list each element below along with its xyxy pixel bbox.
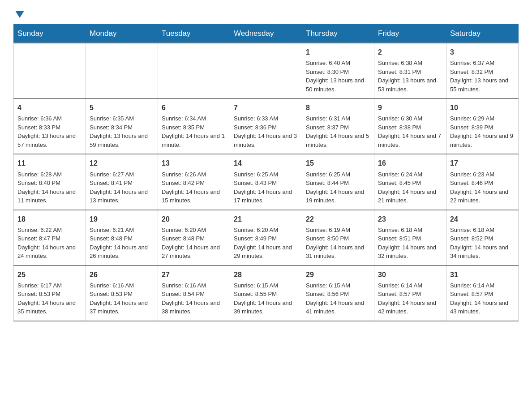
header-tuesday: Tuesday — [158, 25, 230, 43]
calendar-cell: 23Sunrise: 6:18 AM Sunset: 8:51 PM Dayli… — [374, 210, 446, 265]
day-number: 8 — [306, 103, 370, 113]
day-number: 11 — [17, 158, 82, 168]
day-info: Sunrise: 6:15 AM Sunset: 8:55 PM Dayligh… — [234, 281, 298, 316]
day-number: 5 — [90, 103, 154, 113]
page-header — [13, 9, 519, 16]
calendar-cell: 10Sunrise: 6:29 AM Sunset: 8:39 PM Dayli… — [446, 98, 519, 154]
calendar-cell — [230, 43, 302, 98]
day-info: Sunrise: 6:16 AM Sunset: 8:54 PM Dayligh… — [162, 281, 226, 316]
calendar-cell: 2Sunrise: 6:38 AM Sunset: 8:31 PM Daylig… — [374, 43, 446, 98]
calendar-cell: 6Sunrise: 6:34 AM Sunset: 8:35 PM Daylig… — [158, 98, 230, 154]
calendar-cell: 12Sunrise: 6:27 AM Sunset: 8:41 PM Dayli… — [86, 154, 158, 210]
day-info: Sunrise: 6:18 AM Sunset: 8:52 PM Dayligh… — [450, 226, 515, 261]
header-sunday: Sunday — [14, 25, 86, 43]
day-info: Sunrise: 6:33 AM Sunset: 8:36 PM Dayligh… — [234, 114, 298, 149]
calendar-week-3: 11Sunrise: 6:28 AM Sunset: 8:40 PM Dayli… — [14, 154, 519, 210]
calendar-cell — [86, 43, 158, 98]
day-info: Sunrise: 6:19 AM Sunset: 8:50 PM Dayligh… — [306, 226, 370, 261]
day-info: Sunrise: 6:36 AM Sunset: 8:33 PM Dayligh… — [17, 114, 82, 149]
header-thursday: Thursday — [302, 25, 374, 43]
day-info: Sunrise: 6:30 AM Sunset: 8:38 PM Dayligh… — [378, 114, 442, 149]
day-number: 27 — [162, 270, 226, 280]
day-info: Sunrise: 6:34 AM Sunset: 8:35 PM Dayligh… — [162, 114, 226, 149]
calendar-week-2: 4Sunrise: 6:36 AM Sunset: 8:33 PM Daylig… — [14, 98, 519, 154]
header-monday: Monday — [86, 25, 158, 43]
day-info: Sunrise: 6:22 AM Sunset: 8:47 PM Dayligh… — [17, 226, 82, 261]
day-number: 4 — [17, 103, 82, 113]
calendar-cell: 3Sunrise: 6:37 AM Sunset: 8:32 PM Daylig… — [446, 43, 519, 98]
calendar-header-row: SundayMondayTuesdayWednesdayThursdayFrid… — [14, 25, 519, 43]
day-number: 17 — [450, 158, 515, 168]
day-info: Sunrise: 6:18 AM Sunset: 8:51 PM Dayligh… — [378, 226, 442, 261]
header-saturday: Saturday — [446, 25, 519, 43]
day-number: 18 — [17, 214, 82, 224]
calendar-cell: 27Sunrise: 6:16 AM Sunset: 8:54 PM Dayli… — [158, 265, 230, 321]
calendar-cell: 24Sunrise: 6:18 AM Sunset: 8:52 PM Dayli… — [446, 210, 519, 265]
day-number: 10 — [450, 103, 515, 113]
day-number: 22 — [306, 214, 370, 224]
calendar-cell: 21Sunrise: 6:20 AM Sunset: 8:49 PM Dayli… — [230, 210, 302, 265]
calendar-week-4: 18Sunrise: 6:22 AM Sunset: 8:47 PM Dayli… — [14, 210, 519, 265]
calendar-cell: 22Sunrise: 6:19 AM Sunset: 8:50 PM Dayli… — [302, 210, 374, 265]
day-number: 14 — [234, 158, 298, 168]
day-info: Sunrise: 6:40 AM Sunset: 8:30 PM Dayligh… — [306, 59, 370, 94]
day-number: 15 — [306, 158, 370, 168]
day-info: Sunrise: 6:20 AM Sunset: 8:49 PM Dayligh… — [234, 226, 298, 261]
day-number: 6 — [162, 103, 226, 113]
day-number: 25 — [17, 270, 82, 280]
day-info: Sunrise: 6:24 AM Sunset: 8:45 PM Dayligh… — [378, 170, 442, 205]
calendar-cell: 1Sunrise: 6:40 AM Sunset: 8:30 PM Daylig… — [302, 43, 374, 98]
logo-triangle-icon — [15, 11, 24, 18]
calendar-cell: 9Sunrise: 6:30 AM Sunset: 8:38 PM Daylig… — [374, 98, 446, 154]
day-number: 16 — [378, 158, 442, 168]
day-info: Sunrise: 6:20 AM Sunset: 8:48 PM Dayligh… — [162, 226, 226, 261]
calendar-cell: 20Sunrise: 6:20 AM Sunset: 8:48 PM Dayli… — [158, 210, 230, 265]
calendar-cell — [14, 43, 86, 98]
calendar-cell: 5Sunrise: 6:35 AM Sunset: 8:34 PM Daylig… — [86, 98, 158, 154]
day-info: Sunrise: 6:14 AM Sunset: 8:57 PM Dayligh… — [378, 281, 442, 316]
calendar-cell: 29Sunrise: 6:15 AM Sunset: 8:56 PM Dayli… — [302, 265, 374, 321]
calendar-table: SundayMondayTuesdayWednesdayThursdayFrid… — [13, 24, 519, 321]
day-number: 13 — [162, 158, 226, 168]
header-wednesday: Wednesday — [230, 25, 302, 43]
day-info: Sunrise: 6:37 AM Sunset: 8:32 PM Dayligh… — [450, 59, 515, 94]
day-info: Sunrise: 6:29 AM Sunset: 8:39 PM Dayligh… — [450, 114, 515, 149]
day-info: Sunrise: 6:16 AM Sunset: 8:53 PM Dayligh… — [90, 281, 154, 316]
day-number: 21 — [234, 214, 298, 224]
header-friday: Friday — [374, 25, 446, 43]
day-info: Sunrise: 6:27 AM Sunset: 8:41 PM Dayligh… — [90, 170, 154, 205]
day-number: 31 — [450, 270, 515, 280]
calendar-cell: 14Sunrise: 6:25 AM Sunset: 8:43 PM Dayli… — [230, 154, 302, 210]
day-number: 29 — [306, 270, 370, 280]
day-info: Sunrise: 6:28 AM Sunset: 8:40 PM Dayligh… — [17, 170, 82, 205]
calendar-cell: 18Sunrise: 6:22 AM Sunset: 8:47 PM Dayli… — [14, 210, 86, 265]
day-number: 9 — [378, 103, 442, 113]
day-number: 23 — [378, 214, 442, 224]
logo — [13, 9, 24, 16]
calendar-cell — [158, 43, 230, 98]
day-number: 28 — [234, 270, 298, 280]
calendar-cell: 16Sunrise: 6:24 AM Sunset: 8:45 PM Dayli… — [374, 154, 446, 210]
calendar-cell: 30Sunrise: 6:14 AM Sunset: 8:57 PM Dayli… — [374, 265, 446, 321]
day-info: Sunrise: 6:26 AM Sunset: 8:42 PM Dayligh… — [162, 170, 226, 205]
day-number: 26 — [90, 270, 154, 280]
day-number: 7 — [234, 103, 298, 113]
day-info: Sunrise: 6:25 AM Sunset: 8:43 PM Dayligh… — [234, 170, 298, 205]
day-info: Sunrise: 6:17 AM Sunset: 8:53 PM Dayligh… — [17, 281, 82, 316]
day-number: 24 — [450, 214, 515, 224]
day-info: Sunrise: 6:15 AM Sunset: 8:56 PM Dayligh… — [306, 281, 370, 316]
calendar-cell: 19Sunrise: 6:21 AM Sunset: 8:48 PM Dayli… — [86, 210, 158, 265]
calendar-cell: 28Sunrise: 6:15 AM Sunset: 8:55 PM Dayli… — [230, 265, 302, 321]
calendar-cell: 13Sunrise: 6:26 AM Sunset: 8:42 PM Dayli… — [158, 154, 230, 210]
calendar-cell: 17Sunrise: 6:23 AM Sunset: 8:46 PM Dayli… — [446, 154, 519, 210]
calendar-cell: 8Sunrise: 6:31 AM Sunset: 8:37 PM Daylig… — [302, 98, 374, 154]
calendar-week-5: 25Sunrise: 6:17 AM Sunset: 8:53 PM Dayli… — [14, 265, 519, 321]
calendar-cell: 15Sunrise: 6:25 AM Sunset: 8:44 PM Dayli… — [302, 154, 374, 210]
day-info: Sunrise: 6:21 AM Sunset: 8:48 PM Dayligh… — [90, 226, 154, 261]
calendar-week-1: 1Sunrise: 6:40 AM Sunset: 8:30 PM Daylig… — [14, 43, 519, 98]
calendar-cell: 7Sunrise: 6:33 AM Sunset: 8:36 PM Daylig… — [230, 98, 302, 154]
day-number: 19 — [90, 214, 154, 224]
calendar-cell: 31Sunrise: 6:14 AM Sunset: 8:57 PM Dayli… — [446, 265, 519, 321]
day-info: Sunrise: 6:38 AM Sunset: 8:31 PM Dayligh… — [378, 59, 442, 94]
calendar-cell: 26Sunrise: 6:16 AM Sunset: 8:53 PM Dayli… — [86, 265, 158, 321]
